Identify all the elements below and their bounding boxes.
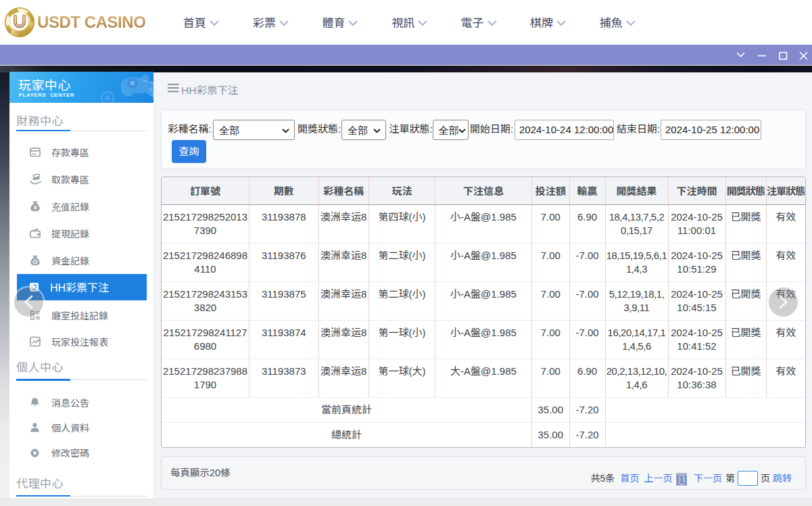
- svg-text:casino: casino: [14, 30, 25, 34]
- svg-text:¥: ¥: [33, 204, 37, 211]
